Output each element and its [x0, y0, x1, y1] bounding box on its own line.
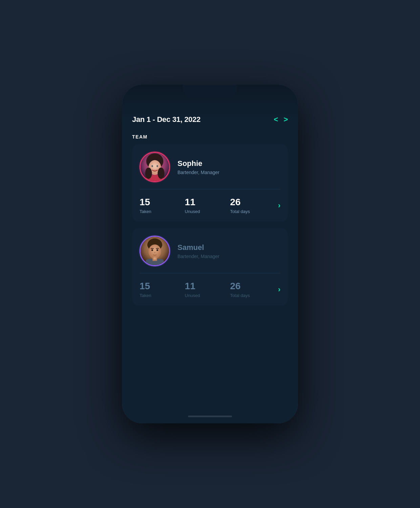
- stat-total-samuel: 26 Total days: [230, 281, 275, 298]
- member-info-samuel: Samuel Bartender, Manager: [177, 243, 280, 259]
- member-info-sophie: Sophie Bartender, Manager: [177, 159, 280, 175]
- screen: Jan 1 - Dec 31, 2022 < > TEAM: [122, 85, 298, 423]
- stat-taken-label-samuel: Taken: [140, 293, 185, 298]
- avatar-sophie: [140, 152, 170, 182]
- stat-total-value-samuel: 26: [230, 281, 275, 292]
- svg-point-9: [158, 168, 164, 179]
- member-name-samuel: Samuel: [177, 243, 280, 252]
- prev-button[interactable]: <: [274, 116, 278, 123]
- stat-total-value-sophie: 26: [230, 197, 275, 208]
- stat-total-sophie: 26 Total days: [230, 197, 275, 214]
- chevron-right-sophie[interactable]: ›: [278, 201, 280, 210]
- stat-unused-label-samuel: Unused: [185, 293, 230, 298]
- member-role-samuel: Bartender, Manager: [177, 254, 280, 259]
- next-button[interactable]: >: [284, 116, 288, 123]
- svg-point-13: [149, 245, 161, 259]
- date-range: Jan 1 - Dec 31, 2022: [132, 115, 201, 124]
- stat-taken-label-sophie: Taken: [140, 209, 185, 214]
- section-label: TEAM: [132, 134, 288, 140]
- stat-unused-samuel: 11 Unused: [185, 281, 230, 298]
- phone-chin: [188, 416, 232, 417]
- svg-point-8: [145, 168, 152, 179]
- stat-total-label-samuel: Total days: [230, 293, 275, 298]
- chevron-right-samuel[interactable]: ›: [278, 285, 280, 294]
- stat-taken-value-sophie: 15: [140, 197, 185, 208]
- stat-taken-samuel: 15 Taken: [140, 281, 185, 298]
- member-header-sophie: Sophie Bartender, Manager: [132, 144, 288, 189]
- nav-buttons: < >: [274, 116, 288, 123]
- team-card-samuel[interactable]: Samuel Bartender, Manager 15 Taken 11 Un…: [132, 228, 288, 305]
- member-name-sophie: Sophie: [177, 159, 280, 168]
- svg-rect-18: [152, 257, 157, 261]
- header-row: Jan 1 - Dec 31, 2022 < >: [132, 115, 288, 124]
- stats-row-sophie: 15 Taken 11 Unused 26 Total days ›: [132, 189, 288, 221]
- stat-unused-label-sophie: Unused: [185, 209, 230, 214]
- stat-total-label-sophie: Total days: [230, 209, 275, 214]
- svg-point-5: [151, 165, 154, 168]
- svg-point-14: [151, 249, 153, 251]
- member-header-samuel: Samuel Bartender, Manager: [132, 228, 288, 273]
- stat-taken-value-samuel: 15: [140, 281, 185, 292]
- svg-point-16: [154, 252, 155, 253]
- phone-notch: [183, 85, 237, 98]
- svg-point-6: [156, 165, 159, 168]
- phone-frame: Jan 1 - Dec 31, 2022 < > TEAM: [122, 85, 298, 423]
- stat-unused-sophie: 11 Unused: [185, 197, 230, 214]
- stat-unused-value-samuel: 11: [185, 281, 230, 292]
- stats-row-samuel: 15 Taken 11 Unused 26 Total days ›: [132, 273, 288, 305]
- avatar-samuel: [140, 236, 170, 266]
- member-role-sophie: Bartender, Manager: [177, 170, 280, 175]
- stat-unused-value-sophie: 11: [185, 197, 230, 208]
- team-card-sophie[interactable]: Sophie Bartender, Manager 15 Taken 11 Un…: [132, 144, 288, 221]
- svg-point-15: [156, 249, 158, 251]
- stat-taken-sophie: 15 Taken: [140, 197, 185, 214]
